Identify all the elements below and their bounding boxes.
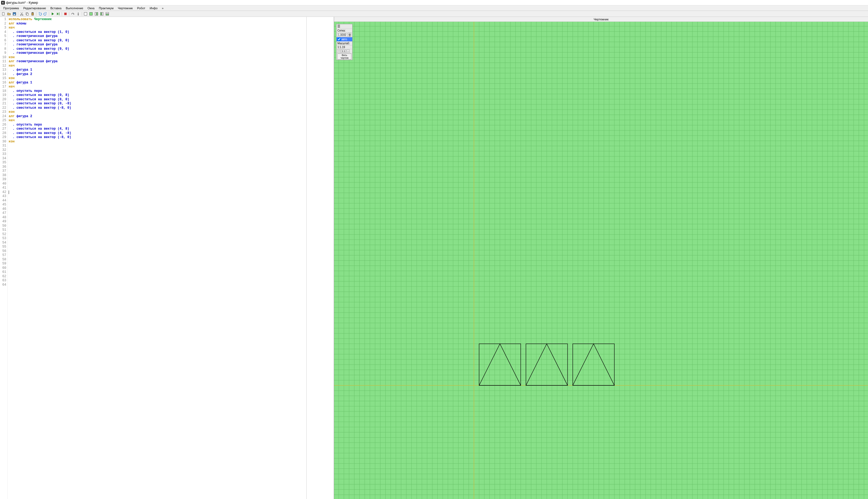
step-over-button[interactable]	[70, 11, 75, 16]
cut-button[interactable]	[19, 11, 24, 16]
scale-value: 1:1.19	[337, 46, 345, 49]
fit-all-button[interactable]: Весь чертеж	[337, 53, 351, 60]
open-file-button[interactable]	[7, 11, 11, 16]
svg-rect-16	[100, 12, 102, 15]
zoom-in-button[interactable]: +	[337, 49, 340, 53]
svg-rect-17	[102, 12, 103, 15]
menu-item-чертежник[interactable]: Чертежник	[116, 6, 135, 10]
stop-button[interactable]	[63, 11, 68, 16]
canvas-controls-panel: ☰ Сетка: ▲▼ авто Масштаб: 1:1.19 + 1:1	[336, 24, 353, 60]
menubar: ПрограммаРедактированиеВставкаВыполнение…	[0, 5, 868, 11]
save-file-button[interactable]	[12, 11, 17, 16]
app-window: К фигуры.kum* - Кумир ПрограммаРедактиро…	[0, 0, 868, 499]
drawing-canvas	[334, 22, 868, 499]
menu-item-программа[interactable]: Программа	[1, 6, 21, 10]
undo-button[interactable]	[37, 11, 42, 16]
scale-label: Масштаб:	[337, 42, 350, 45]
grid-size-input[interactable]	[337, 33, 348, 37]
canvas-pane: Чертежник ☰ Сетка: ▲▼ авто Масштаб: 1:1.…	[334, 17, 868, 499]
menu-item-вставка[interactable]: Вставка	[48, 6, 64, 10]
content-area: 1234567891011121314151617181920212223242…	[0, 17, 868, 499]
canvas-menu-icon[interactable]: ☰	[337, 24, 340, 28]
paste-button[interactable]	[30, 11, 35, 16]
svg-rect-19	[106, 14, 109, 15]
grid-auto-checkbox[interactable]	[337, 37, 341, 41]
zoom-reset-button[interactable]: 1:1	[341, 49, 346, 53]
svg-rect-12	[84, 12, 87, 15]
toolbar-separator	[82, 12, 82, 16]
grid-spin-up[interactable]: ▲	[348, 33, 351, 35]
new-file-button[interactable]	[1, 11, 6, 16]
menu-item-практикум[interactable]: Практикум	[97, 6, 116, 10]
layout-1-button[interactable]	[83, 11, 88, 16]
toolbar-separator	[49, 12, 49, 16]
svg-rect-18	[106, 12, 109, 13]
layout-2-button[interactable]	[89, 11, 93, 16]
svg-rect-6	[27, 13, 28, 15]
toolbar-separator	[36, 12, 36, 16]
editor-pane: 1234567891011121314151617181920212223242…	[0, 17, 334, 499]
run-step-button[interactable]	[56, 11, 61, 16]
text-cursor	[9, 191, 9, 194]
copy-button[interactable]	[25, 11, 29, 16]
grid-spin-down[interactable]: ▼	[348, 35, 351, 37]
menu-item-робот[interactable]: Робот	[135, 6, 148, 10]
canvas-area[interactable]: ☰ Сетка: ▲▼ авто Масштаб: 1:1.19 + 1:1	[334, 22, 868, 499]
grid	[334, 22, 868, 499]
toolbar-separator	[18, 12, 18, 16]
layout-4-button[interactable]	[99, 11, 104, 16]
code-editor[interactable]: использовать Чертежникалг клонынач . сме…	[8, 17, 306, 499]
svg-rect-2	[14, 14, 15, 15]
svg-rect-10	[64, 12, 67, 15]
toolbar-separator	[62, 12, 62, 16]
toolbar	[0, 11, 868, 17]
svg-rect-14	[95, 12, 96, 15]
svg-rect-0	[2, 12, 4, 15]
menu-item-инфо[interactable]: Инфо	[148, 6, 160, 10]
grid-auto-label: авто	[341, 38, 347, 41]
window-title: фигуры.kum* - Кумир	[6, 1, 38, 4]
toolbar-separator	[69, 12, 69, 16]
svg-rect-15	[97, 12, 98, 15]
menu-item-редактирование[interactable]: Редактирование	[21, 6, 48, 10]
menu-item-»[interactable]: »	[160, 6, 166, 10]
svg-point-11	[78, 15, 79, 15]
menu-item-окна[interactable]: Окна	[85, 6, 97, 10]
line-gutter: 1234567891011121314151617181920212223242…	[0, 17, 8, 499]
menu-item-выполнение[interactable]: Выполнение	[64, 6, 85, 10]
svg-rect-8	[32, 12, 33, 13]
grid-label: Сетка:	[337, 29, 345, 32]
canvas-title: Чертежник	[334, 17, 868, 22]
zoom-out-button[interactable]: –	[347, 49, 350, 53]
svg-rect-13	[90, 12, 92, 15]
run-button[interactable]	[50, 11, 55, 16]
svg-point-4	[22, 14, 23, 15]
app-icon: К	[1, 1, 5, 4]
layout-5-button[interactable]	[105, 11, 110, 16]
redo-button[interactable]	[43, 11, 48, 16]
layout-3-button[interactable]	[94, 11, 99, 16]
svg-rect-7	[32, 12, 34, 15]
svg-point-3	[20, 14, 22, 15]
editor-right-margin	[306, 17, 334, 499]
titlebar: К фигуры.kum* - Кумир	[0, 0, 868, 5]
svg-rect-9	[59, 12, 60, 15]
step-into-button[interactable]	[76, 11, 81, 16]
